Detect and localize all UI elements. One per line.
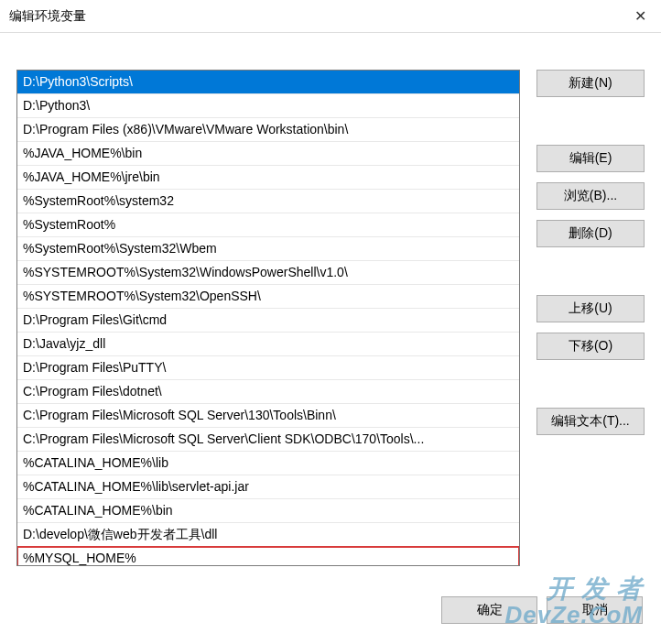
list-item[interactable]: %SYSTEMROOT%\System32\WindowsPowerShell\…: [17, 261, 519, 285]
list-item[interactable]: %SystemRoot%: [17, 213, 519, 237]
titlebar: 编辑环境变量 ✕: [0, 0, 661, 33]
list-item[interactable]: D:\Program Files\PuTTY\: [17, 356, 519, 380]
list-item[interactable]: %CATALINA_HOME%\bin: [17, 499, 519, 523]
moveup-button[interactable]: 上移(U): [536, 295, 645, 322]
list-item[interactable]: C:\Program Files\Microsoft SQL Server\13…: [17, 404, 519, 428]
list-item[interactable]: C:\Program Files\dotnet\: [17, 380, 519, 404]
movedown-button[interactable]: 下移(O): [536, 333, 645, 360]
close-icon: ✕: [634, 7, 646, 25]
list-item[interactable]: %SystemRoot%\system32: [17, 190, 519, 213]
list-item[interactable]: %SystemRoot%\System32\Wbem: [17, 237, 519, 261]
list-item[interactable]: D:\Python3\: [17, 94, 519, 118]
edittext-button[interactable]: 编辑文本(T)...: [536, 408, 645, 435]
delete-button[interactable]: 删除(D): [536, 220, 645, 247]
list-item[interactable]: D:\Program Files (x86)\VMware\VMware Wor…: [17, 118, 519, 142]
list-item[interactable]: D:\Python3\Scripts\: [17, 71, 519, 94]
path-list[interactable]: D:\Python3\Scripts\D:\Python3\D:\Program…: [16, 70, 520, 566]
list-item[interactable]: D:\Java\yjz_dll: [17, 333, 519, 356]
cancel-button[interactable]: 取消: [547, 596, 643, 624]
list-item[interactable]: %CATALINA_HOME%\lib: [17, 452, 519, 475]
dialog-title: 编辑环境变量: [9, 8, 86, 25]
dialog-content: D:\Python3\Scripts\D:\Python3\D:\Program…: [0, 33, 661, 566]
list-item[interactable]: D:\develop\微信web开发者工具\dll: [17, 523, 519, 547]
list-item[interactable]: C:\Program Files\Microsoft SQL Server\Cl…: [17, 428, 519, 452]
list-item[interactable]: %JAVA_HOME%\bin: [17, 142, 519, 166]
button-column: 新建(N) 编辑(E) 浏览(B)... 删除(D) 上移(U) 下移(O) 编…: [536, 70, 645, 566]
list-item[interactable]: %SYSTEMROOT%\System32\OpenSSH\: [17, 285, 519, 309]
browse-button[interactable]: 浏览(B)...: [536, 182, 645, 210]
list-item[interactable]: %MYSQL_HOME%: [16, 546, 520, 566]
list-item[interactable]: %JAVA_HOME%\jre\bin: [17, 166, 519, 190]
new-button[interactable]: 新建(N): [536, 70, 645, 97]
list-item[interactable]: %CATALINA_HOME%\lib\servlet-api.jar: [17, 475, 519, 499]
dialog-footer: 确定 取消: [441, 596, 643, 624]
close-button[interactable]: ✕: [619, 0, 661, 33]
list-item[interactable]: D:\Program Files\Git\cmd: [17, 309, 519, 333]
ok-button[interactable]: 确定: [441, 596, 537, 624]
edit-button[interactable]: 编辑(E): [536, 145, 645, 172]
